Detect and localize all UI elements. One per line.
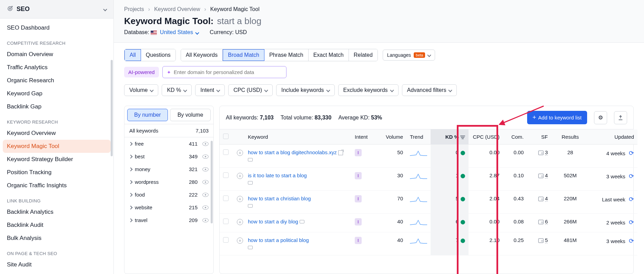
filter-exclude-keywords[interactable]: Exclude keywords [338, 84, 399, 96]
row-checkbox[interactable] [223, 149, 229, 155]
eye-icon[interactable] [202, 167, 209, 171]
sidebar-item[interactable]: Backlink Gap [0, 100, 113, 113]
row-checkbox[interactable] [223, 219, 229, 224]
row-checkbox[interactable] [223, 172, 229, 178]
tab-by-number[interactable]: By number [127, 109, 168, 121]
all-keywords-row[interactable]: All keywords 7,103 [124, 124, 213, 137]
refresh-button[interactable]: ⟳ [629, 150, 634, 157]
keyword-link[interactable]: is it too late to start a blog [248, 172, 348, 178]
keyword-group-item[interactable]: free411 [124, 137, 213, 150]
keyword-link[interactable]: how to start a diy blog [248, 219, 348, 224]
filter-volume[interactable]: Volume [124, 84, 158, 96]
row-checkbox[interactable] [223, 196, 229, 201]
sidebar-item[interactable]: Site Audit [0, 258, 113, 271]
refresh-button[interactable]: ⟳ [629, 196, 634, 203]
sidebar-item[interactable]: Keyword Gap [0, 87, 113, 100]
eye-icon[interactable] [202, 218, 209, 222]
segment-all[interactable]: All [124, 49, 141, 61]
col-header[interactable] [220, 129, 233, 145]
col-header[interactable]: Keyword [244, 129, 351, 145]
segment-broad-match[interactable]: Broad Match [223, 49, 264, 61]
filter-cpc-usd-[interactable]: CPC (USD) [228, 84, 273, 96]
keyword-link[interactable]: how to start a blog digitechnoolabs.xyz [248, 149, 348, 155]
select-all-checkbox[interactable] [223, 134, 229, 139]
keyword-group-item[interactable]: best349 [124, 150, 213, 163]
refresh-button[interactable]: ⟳ [629, 238, 634, 244]
eye-icon[interactable] [202, 193, 209, 197]
col-header[interactable]: Com. [503, 129, 527, 145]
keyword-link[interactable]: how to start a christian blog [248, 196, 348, 201]
col-header[interactable]: Trend [406, 129, 431, 145]
db-selector[interactable]: Database: United States [124, 29, 199, 35]
sidebar-item[interactable]: Keyword Magic Tool [3, 140, 111, 153]
sidebar-item[interactable]: Backlink Analytics [0, 206, 113, 219]
refresh-button[interactable]: ⟳ [629, 173, 634, 180]
cell-sf[interactable]: 4 [527, 168, 551, 191]
keyword-group-item[interactable]: money321 [124, 163, 213, 176]
serp-icon[interactable] [300, 220, 304, 223]
segment-all-keywords[interactable]: All Keywords [181, 49, 223, 61]
row-checkbox[interactable] [223, 237, 229, 243]
col-header[interactable]: Intent [351, 129, 375, 145]
col-header[interactable]: KD % [431, 129, 469, 145]
sidebar-item[interactable]: Organic Traffic Insights [0, 179, 113, 192]
languages-dropdown[interactable]: Languages beta [383, 50, 435, 61]
expand-icon[interactable]: + [237, 219, 243, 225]
col-header[interactable]: CPC (USD) [469, 129, 503, 145]
breadcrumb-item[interactable]: Keyword Overview [154, 6, 200, 12]
cell-sf[interactable]: 5 [527, 232, 551, 255]
serp-icon[interactable] [248, 181, 253, 185]
groups-scrollbar[interactable] [211, 141, 213, 223]
export-button[interactable] [614, 111, 627, 124]
keyword-link[interactable]: how to start a political blog [248, 237, 348, 243]
expand-icon[interactable]: + [237, 238, 243, 244]
segment-questions[interactable]: Questions [141, 49, 175, 61]
expand-icon[interactable]: + [237, 150, 243, 156]
filter-include-keywords[interactable]: Include keywords [276, 84, 335, 96]
breadcrumb-item[interactable]: Projects [124, 6, 144, 12]
eye-icon[interactable] [202, 142, 209, 146]
serp-icon[interactable] [248, 246, 253, 249]
filter-intent[interactable]: Intent [195, 84, 225, 96]
sidebar-item[interactable]: Keyword Overview [0, 127, 113, 140]
col-header[interactable]: Results [551, 129, 589, 145]
settings-button[interactable]: ⚙ [594, 111, 607, 124]
segment-related[interactable]: Related [349, 49, 378, 61]
col-header[interactable]: Volume [375, 129, 406, 145]
filter-advanced-filters[interactable]: Advanced filters [402, 84, 457, 96]
sidebar-scrollbar[interactable] [111, 60, 113, 156]
tab-by-volume[interactable]: By volume [170, 109, 211, 121]
expand-icon[interactable]: + [237, 196, 243, 202]
col-header[interactable] [233, 129, 244, 145]
eye-icon[interactable] [202, 155, 209, 159]
serp-icon[interactable] [248, 158, 253, 161]
cell-sf[interactable]: 3 [527, 145, 551, 168]
keyword-group-item[interactable]: wordpress280 [124, 176, 213, 188]
cell-sf[interactable]: 4 [527, 191, 551, 214]
sidebar-item[interactable]: Position Tracking [0, 166, 113, 179]
sidebar-item[interactable]: Organic Research [0, 74, 113, 87]
eye-icon[interactable] [202, 180, 209, 184]
refresh-button[interactable]: ⟳ [629, 219, 634, 226]
ai-domain-input-wrap[interactable]: ✦ [162, 66, 286, 78]
keyword-group-item[interactable]: website215 [124, 201, 213, 214]
add-to-list-button[interactable]: +Add to keyword list [527, 111, 587, 124]
sidebar-item[interactable]: Backlink Audit [0, 219, 113, 232]
segment-phrase-match[interactable]: Phrase Match [264, 49, 309, 61]
col-header[interactable]: Updated [589, 129, 637, 145]
segment-exact-match[interactable]: Exact Match [309, 49, 349, 61]
ai-domain-input[interactable] [174, 69, 282, 75]
cell-sf[interactable]: 6 [527, 214, 551, 232]
sidebar-category-header[interactable]: SEO [0, 0, 113, 19]
eye-icon[interactable] [202, 206, 209, 210]
keyword-group-item[interactable]: travel209 [124, 214, 213, 226]
sidebar-item[interactable]: Domain Overview [0, 48, 113, 61]
sidebar-item[interactable]: SEO Dashboard [0, 21, 113, 34]
sidebar-item[interactable]: Traffic Analytics [0, 61, 113, 74]
keyword-group-item[interactable]: food222 [124, 188, 213, 201]
serp-icon[interactable] [248, 204, 253, 208]
col-header[interactable]: SF [527, 129, 551, 145]
filter-kd-[interactable]: KD % [162, 84, 192, 96]
sidebar-item[interactable]: Keyword Strategy Builder [0, 153, 113, 166]
expand-icon[interactable]: + [237, 173, 243, 179]
